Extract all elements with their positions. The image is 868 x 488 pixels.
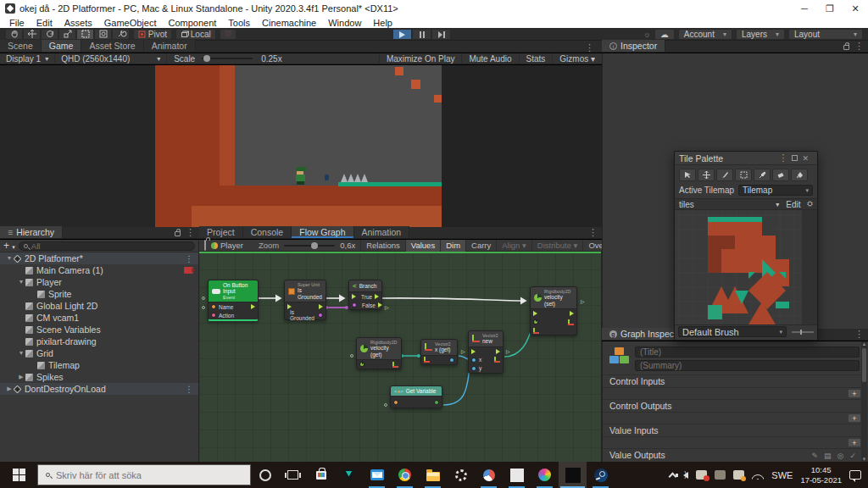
view-tab[interactable]: Scene bbox=[0, 40, 42, 52]
vector2-in-port[interactable] bbox=[424, 357, 430, 363]
kebab-menu-icon[interactable]: ⋮ bbox=[588, 227, 598, 238]
close-icon[interactable]: ✕ bbox=[802, 154, 809, 163]
add-button[interactable]: + bbox=[848, 438, 861, 447]
taskbar-app[interactable] bbox=[307, 462, 335, 488]
brush-off-icon[interactable]: ✎ bbox=[812, 452, 819, 460]
graph-toolbar-button[interactable]: Overview bbox=[582, 240, 602, 252]
hierarchy-row[interactable]: ▶ Spikes bbox=[0, 371, 198, 383]
y-in-port[interactable] bbox=[471, 366, 476, 371]
hierarchy-row[interactable]: Sprite bbox=[0, 288, 198, 300]
taskbar-search[interactable] bbox=[37, 464, 251, 485]
hierarchy-row[interactable]: pixilart-drawing bbox=[0, 336, 198, 347]
lock-icon[interactable] bbox=[175, 231, 181, 236]
custom-tool-icon[interactable] bbox=[112, 29, 130, 40]
layers-off-icon[interactable]: ▤ bbox=[824, 452, 832, 460]
view-tab[interactable]: Asset Store bbox=[81, 40, 143, 52]
taskbar-app[interactable] bbox=[447, 462, 475, 488]
view-tab[interactable]: Animator bbox=[144, 40, 196, 52]
add-button[interactable]: + bbox=[848, 389, 861, 398]
preferences-icon[interactable]: ☼ bbox=[643, 30, 651, 39]
resolution-dropdown[interactable]: QHD (2560x1440)▾ bbox=[55, 53, 167, 64]
rotate-tool-icon[interactable] bbox=[41, 29, 58, 40]
flow-out-port[interactable] bbox=[570, 311, 574, 316]
section-header[interactable]: Control Outputs bbox=[603, 400, 868, 412]
language-indicator[interactable]: SWE bbox=[771, 470, 793, 480]
flow-graph-canvas[interactable]: On Button InputEvent Name Action Super U… bbox=[199, 252, 602, 462]
node-get-variable[interactable]: <●> Get Variable bbox=[390, 385, 442, 408]
node-vector2-new[interactable]: Vector2new x y bbox=[468, 330, 504, 374]
add-button[interactable]: + bbox=[848, 413, 861, 423]
graph-zoom-slider[interactable] bbox=[284, 245, 335, 247]
flow-in-port[interactable] bbox=[352, 294, 356, 299]
condition-port[interactable] bbox=[352, 302, 357, 308]
hierarchy-row[interactable]: Scene Variables bbox=[0, 324, 198, 336]
graph-toolbar-button[interactable]: Align ▾ bbox=[496, 240, 531, 252]
rigidbody-port[interactable] bbox=[533, 319, 538, 324]
node-x-get[interactable]: Vector2x (get) bbox=[420, 339, 458, 365]
port-name[interactable] bbox=[211, 304, 216, 309]
pause-button[interactable] bbox=[412, 29, 431, 40]
expand-arrow[interactable]: ▼ bbox=[17, 276, 25, 288]
game-toolbar-button[interactable]: Maximize On Play bbox=[379, 53, 462, 64]
maximize-icon[interactable] bbox=[792, 155, 798, 161]
node-is-grounded[interactable]: Super UnitIs Grounded Is Grounded bbox=[284, 280, 326, 320]
account-dropdown[interactable]: Account▾ bbox=[678, 29, 732, 40]
clock[interactable]: 10:45 17-05-2021 bbox=[800, 465, 842, 485]
variable-name-port[interactable] bbox=[393, 400, 398, 405]
menu-item[interactable]: Help bbox=[367, 18, 398, 28]
bottom-tab[interactable]: Project bbox=[199, 226, 243, 238]
tab-inspector[interactable]: iInspector bbox=[602, 40, 665, 52]
layers-dropdown[interactable]: Layers▾ bbox=[736, 29, 785, 40]
taskbar-app[interactable] bbox=[531, 462, 559, 488]
move-tool-icon[interactable] bbox=[698, 169, 715, 181]
display-dropdown[interactable]: Display 1▾ bbox=[0, 53, 55, 64]
graph-toolbar-button[interactable]: Values bbox=[405, 240, 440, 252]
bottom-tab[interactable]: Flow Graph bbox=[292, 226, 353, 238]
scrollbar[interactable]: ▲▼ bbox=[861, 341, 867, 462]
bottom-tab[interactable]: Console bbox=[243, 226, 292, 238]
graph-toolbar-button[interactable]: Relations bbox=[360, 240, 405, 252]
node-on-button-input[interactable]: On Button InputEvent Name Action bbox=[208, 280, 259, 321]
hierarchy-row[interactable]: ▼ Player bbox=[0, 276, 198, 288]
vector2-out-port[interactable] bbox=[494, 357, 500, 363]
bottom-tab[interactable]: Animation bbox=[354, 226, 410, 238]
check-icon[interactable]: ✓ bbox=[849, 452, 856, 460]
transform-tool-icon[interactable] bbox=[94, 29, 112, 40]
rect-tool-icon[interactable] bbox=[76, 29, 94, 40]
tilemap-dropdown[interactable]: Tilemap▾ bbox=[738, 185, 813, 196]
false-out-port[interactable] bbox=[378, 302, 382, 308]
palette-dropdown[interactable]: tiles▾ bbox=[679, 200, 779, 209]
graph-summary-input[interactable] bbox=[635, 360, 860, 371]
taskbar-app[interactable] bbox=[363, 462, 391, 488]
row-extra-icon[interactable] bbox=[185, 252, 194, 264]
step-button[interactable] bbox=[431, 29, 451, 40]
menu-item[interactable]: File bbox=[3, 18, 31, 28]
flow-out-port[interactable] bbox=[319, 304, 323, 309]
section-header[interactable]: Value Inputs bbox=[603, 424, 868, 436]
kebab-menu-icon[interactable]: ⋮ bbox=[778, 152, 787, 164]
layout-dropdown[interactable]: Layout▾ bbox=[788, 29, 863, 40]
gear-icon[interactable]: ⛭ bbox=[808, 200, 813, 208]
graph-toolbar-button[interactable]: Carry bbox=[465, 240, 496, 252]
create-button[interactable]: + ▾ bbox=[3, 240, 15, 252]
pivot-toggle[interactable]: Pivot bbox=[133, 29, 172, 40]
local-toggle[interactable]: Local bbox=[175, 29, 216, 40]
notification-app-icon[interactable] bbox=[733, 470, 744, 480]
row-extra-icon[interactable] bbox=[184, 267, 193, 274]
row-extra-icon[interactable] bbox=[185, 383, 194, 395]
fill-tool-icon[interactable] bbox=[791, 169, 808, 181]
taskbar-app[interactable] bbox=[475, 462, 503, 488]
game-toolbar-button[interactable]: Gizmos ▾ bbox=[552, 53, 602, 64]
default-brush-dropdown[interactable]: Default Brush▾ bbox=[678, 326, 787, 337]
vector2-in-port[interactable] bbox=[533, 328, 539, 334]
rigidbody-port[interactable] bbox=[359, 362, 364, 367]
cloud-button[interactable]: ☁ bbox=[654, 29, 675, 40]
tile-palette-grid[interactable] bbox=[675, 210, 817, 324]
x-in-port[interactable] bbox=[471, 358, 476, 363]
hierarchy-search[interactable] bbox=[19, 241, 195, 251]
menu-item[interactable]: GameObject bbox=[98, 18, 163, 28]
brush-tool-icon[interactable] bbox=[716, 169, 733, 181]
camera-icon[interactable] bbox=[715, 470, 726, 480]
vector2-out-port[interactable] bbox=[392, 362, 398, 368]
action-center-icon[interactable] bbox=[849, 470, 861, 480]
